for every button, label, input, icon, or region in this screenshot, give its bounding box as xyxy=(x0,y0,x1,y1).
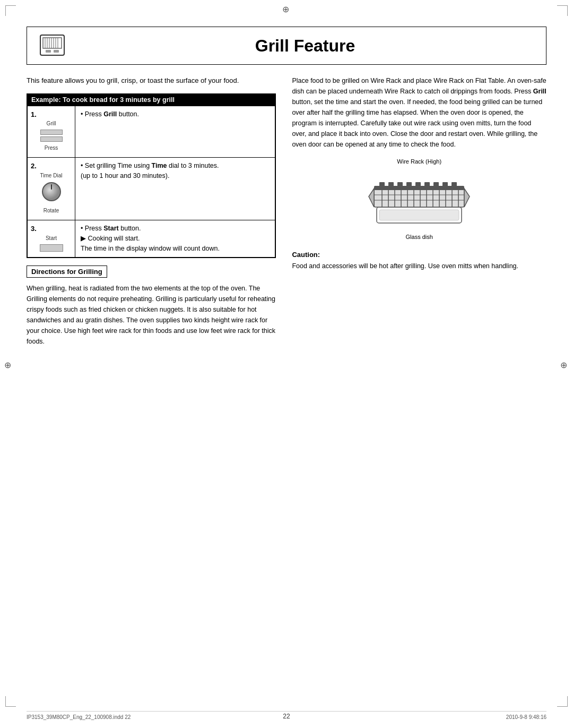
directions-section: Directions for Grilling When grilling, h… xyxy=(27,265,276,347)
step-3-content: • Press Start button. ▶ Cooking will sta… xyxy=(75,220,275,258)
corner-mark-tr xyxy=(557,5,568,16)
svg-rect-14 xyxy=(379,210,459,220)
example-header: Example: To cook bread for 3 minutes by … xyxy=(27,94,275,106)
steps-table: 1. Grill Press • Press Grill button. xyxy=(27,106,275,258)
page-title-area: Grill Feature xyxy=(27,27,546,65)
table-row: 2. Time Dial xyxy=(28,158,275,220)
directions-text: When grilling, heat is radiated from the… xyxy=(27,283,276,347)
svg-rect-38 xyxy=(433,182,439,187)
example-box: Example: To cook bread for 3 minutes by … xyxy=(27,93,276,258)
table-row: 3. Start • Press Start button. ▶ Cooking… xyxy=(28,220,275,258)
svg-rect-32 xyxy=(379,182,385,187)
step-2-num-cell: 2. Time Dial xyxy=(28,158,75,220)
svg-rect-40 xyxy=(452,182,457,187)
directions-header: Directions for Grilling xyxy=(27,265,107,278)
step-3-num-cell: 3. Start xyxy=(28,220,75,258)
page: Grill Feature This feature allows you to… xyxy=(0,0,573,728)
caution-section: Caution: Food and accessories will be ho… xyxy=(292,251,546,271)
wire-rack-diagram: Wire Rack (High) xyxy=(292,158,546,240)
step-2-label: Time Dial xyxy=(31,172,72,179)
caution-text: Food and accessories will be hot after g… xyxy=(292,261,546,271)
step-2-content: • Set grilling Time using Time dial to 3… xyxy=(75,158,275,220)
corner-mark-tl xyxy=(5,5,16,16)
wire-rack-svg xyxy=(366,167,472,231)
right-column: Place food to be grilled on Wire Rack an… xyxy=(292,75,546,347)
footer-right: 2010-9-8 9:48:16 xyxy=(506,714,546,720)
diagram-label-bottom: Glass dish xyxy=(292,234,546,240)
footer-left: IP3153_39M80CP_Eng_22_100908.indd 22 xyxy=(27,714,131,720)
step-2-number: 2. xyxy=(31,161,72,172)
grill-icon xyxy=(38,32,67,59)
right-main-text: Place food to be grilled on Wire Rack an… xyxy=(292,75,546,150)
svg-rect-36 xyxy=(415,182,421,187)
step-3-number: 3. xyxy=(31,224,72,234)
svg-rect-35 xyxy=(406,182,412,187)
step-1-num-cell: 1. Grill Press xyxy=(28,106,75,158)
left-column: This feature allows you to grill, crisp,… xyxy=(27,75,276,347)
svg-marker-42 xyxy=(464,189,470,207)
svg-rect-37 xyxy=(424,182,430,187)
intro-text: This feature allows you to grill, crisp,… xyxy=(27,75,276,86)
page-title: Grill Feature xyxy=(75,36,535,56)
page-footer: IP3153_39M80CP_Eng_22_100908.indd 22 201… xyxy=(27,711,546,720)
step-1-sublabel: Press xyxy=(31,144,72,152)
start-button-icon xyxy=(31,244,72,252)
step-1-content: • Press Grill button. xyxy=(75,106,275,158)
diagram-label-top: Wire Rack (High) xyxy=(292,158,546,165)
svg-rect-39 xyxy=(442,182,448,187)
svg-marker-41 xyxy=(369,189,374,207)
caution-title: Caution: xyxy=(292,251,546,259)
corner-mark-br xyxy=(557,696,568,707)
step-3-label: Start xyxy=(31,234,72,242)
content-area: This feature allows you to grill, crisp,… xyxy=(27,75,546,347)
table-row: 1. Grill Press • Press Grill button. xyxy=(28,106,275,158)
step-2-sublabel: Rotate xyxy=(31,207,72,215)
svg-rect-10 xyxy=(54,50,59,53)
step-1-label: Grill xyxy=(31,119,72,127)
svg-rect-1 xyxy=(43,38,62,48)
time-dial-icon xyxy=(31,182,72,205)
svg-rect-33 xyxy=(388,182,394,187)
grill-button-icon xyxy=(31,130,72,142)
reg-mark-top xyxy=(282,4,291,13)
reg-mark-right xyxy=(560,360,569,369)
svg-rect-15 xyxy=(374,189,464,207)
corner-mark-bl xyxy=(5,696,16,707)
reg-mark-left xyxy=(4,360,13,369)
svg-rect-34 xyxy=(397,182,403,187)
svg-rect-9 xyxy=(46,50,51,53)
step-1-number: 1. xyxy=(31,109,72,120)
